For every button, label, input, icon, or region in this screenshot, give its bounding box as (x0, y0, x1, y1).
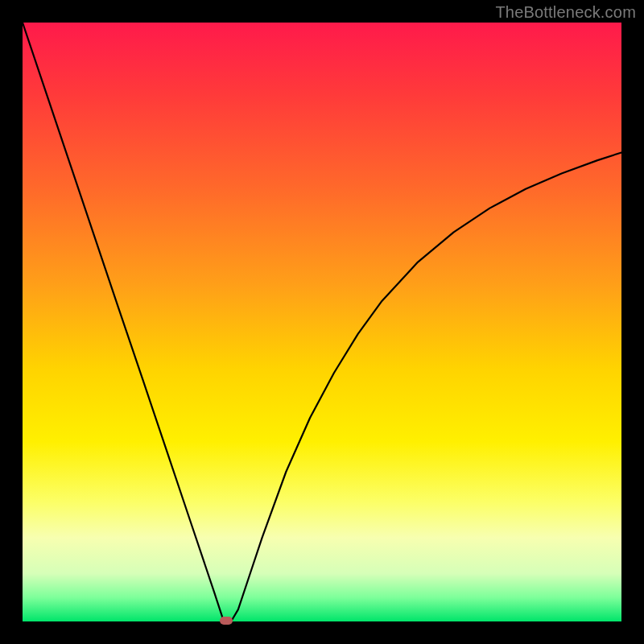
watermark-text: TheBottleneck.com (495, 3, 636, 22)
curve-svg (23, 23, 621, 621)
bottleneck-curve (23, 23, 621, 621)
chart-frame: TheBottleneck.com (0, 0, 644, 644)
plot-area (23, 23, 621, 621)
optimum-marker (220, 617, 233, 625)
